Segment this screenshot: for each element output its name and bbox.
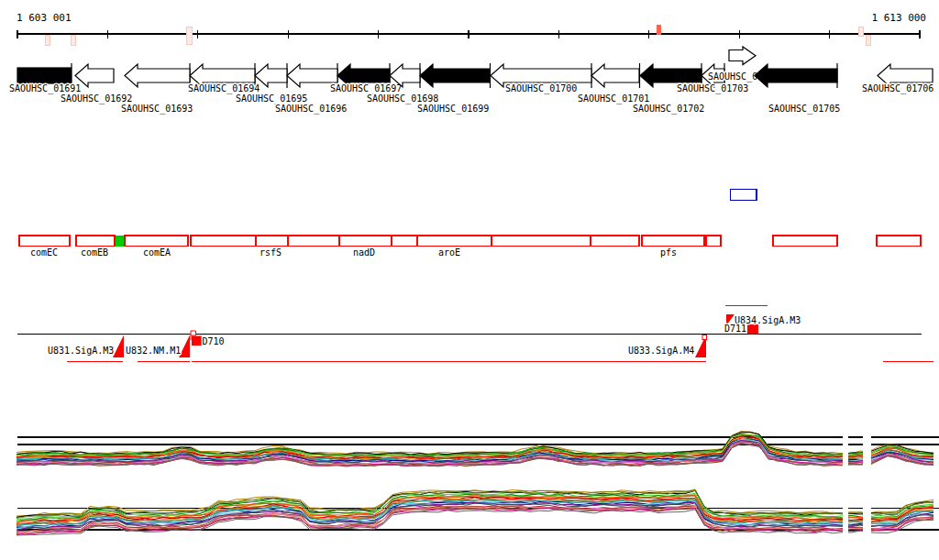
gene-arrow-saouhsc_01692[interactable] (75, 64, 114, 87)
ruler-mark (71, 35, 75, 45)
panel-gap (863, 429, 871, 543)
site-marker-open-square[interactable] (702, 335, 707, 340)
site-marker-square[interactable] (747, 324, 758, 335)
cds-box-pfs[interactable] (642, 236, 704, 247)
ruler-start-label: 1 603 001 (17, 12, 72, 24)
gene-track: SAOUHSC_01691SAOUHSC_01692SAOUHSC_01693S… (9, 47, 933, 115)
cds-box[interactable] (191, 236, 256, 247)
cds-box[interactable] (392, 236, 417, 247)
cds-label: comEC (30, 247, 58, 258)
cds-box-comec[interactable] (19, 236, 70, 247)
gene-arrow-saouhsc_01701[interactable] (591, 64, 639, 87)
gene-arrow-saouhsc_01691[interactable] (17, 68, 72, 83)
cds-label: aroE (438, 247, 460, 258)
ruler-mark (866, 36, 870, 46)
cds-label: nadD (353, 247, 375, 258)
panel-gap (843, 429, 848, 543)
ruler-mark (858, 27, 863, 36)
cds-label: comEB (81, 247, 108, 258)
tss-flag-down[interactable] (113, 335, 124, 358)
gene-arrow-saouhsc_01704[interactable] (729, 47, 756, 65)
profile-panel-2 (17, 489, 939, 535)
genome-browser-window: 1 603 0011 613 000SAOUHSC_01691SAOUHSC_0… (0, 0, 939, 560)
cds-box[interactable] (288, 236, 339, 247)
tss-track: U831.SigA.M3U832.NM.M1D710U833.SigA.M4U8… (17, 306, 933, 362)
gene-label-saouhsc_01693[interactable]: SAOUHSC_01693 (121, 104, 193, 115)
gene-label-saouhsc_01702[interactable]: SAOUHSC_01702 (633, 104, 704, 115)
gene-arrow-saouhsc_01699[interactable] (420, 64, 490, 87)
cds-box[interactable] (492, 236, 591, 247)
gene-arrow-saouhsc_01693[interactable] (125, 64, 190, 87)
cds-box-rsfs[interactable] (256, 236, 288, 247)
site-label: D710 (203, 336, 225, 346)
cds-track: comECcomEBcomEArsfSnadDaroEpfs (19, 190, 921, 258)
site-marker-square[interactable] (192, 336, 202, 346)
profile-line (17, 432, 933, 455)
cds-box[interactable] (773, 236, 837, 247)
cds-box-green[interactable] (115, 236, 125, 247)
cds-label: comEA (143, 247, 171, 258)
ruler-track: 1 603 0011 613 000 (17, 12, 926, 46)
ruler-end-label: 1 613 000 (871, 12, 926, 24)
gene-label-saouhsc_01703[interactable]: SAOUHSC_01703 (677, 83, 748, 94)
cds-box-comea[interactable] (125, 236, 188, 247)
ruler-mark (186, 27, 192, 44)
gene-label-saouhsc_01706[interactable]: SAOUHSC_01706 (862, 83, 933, 94)
gene-label-saouhsc_01699[interactable]: SAOUHSC_01699 (417, 104, 489, 115)
cds-box[interactable] (706, 236, 721, 247)
cds-label: rsfS (260, 247, 282, 258)
site-label: U831.SigA.M3 (48, 346, 114, 356)
cds-box[interactable] (877, 236, 921, 247)
profile-panel-1 (17, 432, 939, 467)
cds-box-blue[interactable] (731, 190, 757, 201)
site-label: U833.SigA.M4 (628, 346, 694, 356)
ruler-mark (46, 35, 50, 45)
site-label: D711 (724, 324, 746, 334)
site-label: U832.NM.M1 (126, 346, 181, 356)
cds-label: pfs (660, 247, 677, 258)
cds-box-comeb[interactable] (76, 236, 115, 247)
gene-label-saouhsc_01705[interactable]: SAOUHSC_01705 (768, 104, 840, 115)
gene-arrow-saouhsc_01705[interactable] (755, 64, 837, 87)
cds-box-aroe[interactable] (417, 236, 492, 247)
cds-box[interactable] (591, 236, 639, 247)
ruler-mark (657, 26, 660, 35)
gene-label-saouhsc_01696[interactable]: SAOUHSC_01696 (275, 104, 347, 115)
gene-label-saouhsc_01700[interactable]: SAOUHSC_01700 (505, 83, 577, 94)
cds-box-nadd[interactable] (339, 236, 392, 247)
genome-browser-canvas: 1 603 0011 613 000SAOUHSC_01691SAOUHSC_0… (0, 0, 939, 560)
